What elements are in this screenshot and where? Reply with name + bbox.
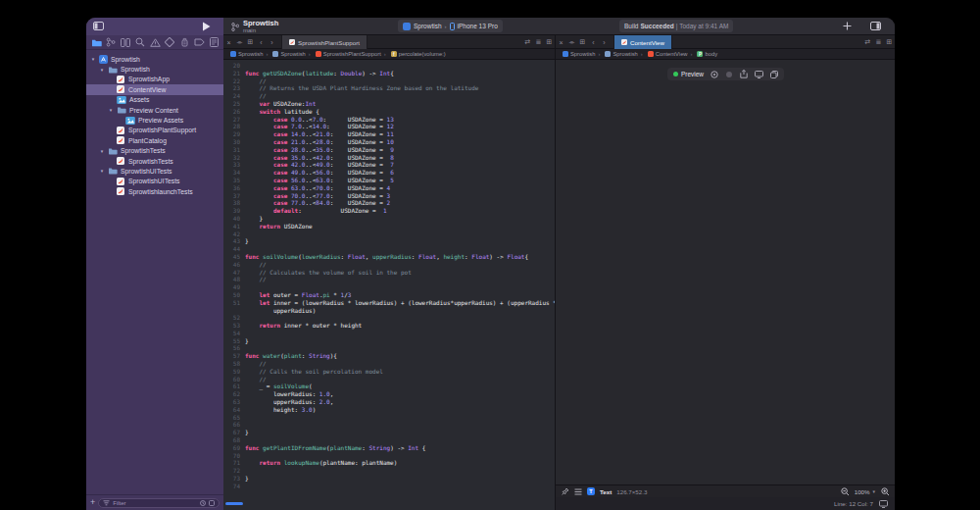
editor-options-icon[interactable]: ≣ bbox=[873, 35, 884, 49]
code-line[interactable]: 32 case 35.0..<42.0: USDAZone = 8 bbox=[223, 154, 555, 162]
disclosure-chevron[interactable]: ▾ bbox=[99, 67, 105, 73]
back-icon[interactable]: ‹ bbox=[588, 35, 599, 49]
code-line[interactable]: 46 // bbox=[223, 261, 555, 269]
code-line[interactable]: 31 case 28.0..<35.0: USDAZone = 9 bbox=[223, 146, 555, 154]
library-add-button[interactable] bbox=[843, 22, 852, 30]
breadcrumb-item[interactable]: SprowtishPlantSupport bbox=[309, 51, 381, 57]
breadcrumb-item[interactable]: Sprowtish bbox=[230, 51, 263, 57]
destination-picker-icon[interactable]: ⌯ bbox=[234, 35, 245, 49]
code-line[interactable]: 60 // bbox=[223, 376, 555, 383]
code-line[interactable]: 53 return inner * outer * height bbox=[223, 322, 555, 330]
breadcrumb-item[interactable]: ContentView bbox=[641, 51, 688, 57]
tab-contentview[interactable]: ContentView bbox=[613, 35, 672, 49]
zoom-out-icon[interactable] bbox=[841, 487, 850, 496]
disclosure-chevron[interactable]: ▾ bbox=[108, 107, 114, 113]
code-line[interactable]: 73} bbox=[223, 475, 555, 483]
code-line[interactable]: 67} bbox=[223, 429, 555, 436]
close-editor-icon[interactable]: × bbox=[556, 35, 566, 49]
code-line[interactable]: upperRadius) bbox=[223, 307, 555, 315]
code-line[interactable]: 42 bbox=[223, 230, 555, 238]
code-line[interactable]: 28 case 7.0..<14.0: USDAZone = 12 bbox=[223, 123, 555, 130]
code-line[interactable]: 48 // bbox=[223, 276, 555, 283]
tree-item-sprowtishtests[interactable]: ▾SprowtishTests bbox=[86, 146, 223, 156]
code-line[interactable]: 74 bbox=[223, 483, 555, 490]
toggle-inspector-icon[interactable] bbox=[870, 22, 881, 30]
right-jump-bar[interactable]: SprowtishSprowtishContentViewPbody bbox=[555, 49, 895, 60]
code-line[interactable]: 35 case 56.0..<63.0: USDAZone = 5 bbox=[223, 177, 555, 184]
breadcrumb-item[interactable]: Pbody bbox=[691, 51, 718, 57]
close-editor-icon[interactable]: × bbox=[223, 35, 234, 49]
tree-item-sprowtishapp[interactable]: SprowtishApp bbox=[86, 75, 223, 84]
pin-icon[interactable] bbox=[562, 487, 569, 495]
code-line[interactable]: 29 case 14.0..<21.0: USDAZone = 11 bbox=[223, 130, 555, 138]
code-line[interactable]: 45func soilVolume(lowerRadius: Float, up… bbox=[223, 253, 555, 261]
tree-item-sprowtishuitests[interactable]: ▾SprowtishUITests bbox=[86, 166, 223, 176]
activity-status[interactable]: Build Succeeded | Today at 9:41 AM bbox=[619, 20, 733, 32]
tree-item-plantcatalog[interactable]: PlantCatalog bbox=[86, 135, 223, 145]
code-line[interactable]: 37 case 70.0..<77.0: USDAZone = 3 bbox=[223, 192, 555, 200]
project-navigator-tab[interactable] bbox=[90, 36, 102, 48]
project-title-stack[interactable]: Sprowtish main bbox=[243, 19, 278, 34]
code-line[interactable]: 25 var USDAZone:Int bbox=[223, 100, 555, 108]
preview-device-icon[interactable] bbox=[755, 71, 763, 78]
add-editor-icon[interactable]: ⊞ bbox=[544, 35, 555, 49]
display-icon[interactable] bbox=[879, 500, 888, 508]
disclosure-chevron[interactable]: ▾ bbox=[99, 148, 105, 154]
source-control-navigator-tab[interactable] bbox=[105, 36, 117, 48]
code-line[interactable]: 58 // bbox=[223, 360, 555, 368]
debug-navigator-tab[interactable] bbox=[178, 36, 190, 48]
code-line[interactable]: 52 bbox=[223, 314, 555, 322]
toggle-navigator-icon[interactable] bbox=[93, 22, 104, 30]
code-line[interactable]: 33 case 42.0..<49.0: USDAZone = 7 bbox=[223, 161, 555, 169]
code-line[interactable]: 54 bbox=[223, 330, 555, 337]
code-line[interactable]: 62 lowerRadius: 1.0, bbox=[223, 390, 555, 398]
tree-item-sprowtish[interactable]: ▾Sprowtish bbox=[86, 64, 223, 74]
issue-navigator-tab[interactable] bbox=[149, 36, 161, 48]
tree-item-preview-assets[interactable]: Preview Assets bbox=[86, 115, 223, 125]
code-line[interactable]: 30 case 21.0..<28.0: USDAZone = 10 bbox=[223, 138, 555, 146]
code-line[interactable]: 38 case 77.0..<84.0: USDAZone = 2 bbox=[223, 199, 555, 207]
tree-item-preview-content[interactable]: ▾Preview Content bbox=[86, 105, 223, 115]
code-line[interactable]: 66 bbox=[223, 421, 555, 429]
live-preview-icon[interactable] bbox=[710, 71, 718, 78]
breadcrumb-item[interactable]: fpercolate(volume:) bbox=[384, 51, 446, 57]
back-icon[interactable]: ‹ bbox=[256, 35, 267, 49]
code-line[interactable]: 71 return lookupName(plantName: plantNam… bbox=[223, 459, 555, 467]
disclosure-chevron[interactable]: ▾ bbox=[90, 56, 96, 62]
code-line[interactable]: 49 bbox=[223, 283, 555, 291]
symbol-navigator-tab[interactable] bbox=[120, 36, 131, 48]
tab-sprowtishplantsupport[interactable]: SprowtishPlantSupport bbox=[281, 35, 368, 49]
find-navigator-tab[interactable] bbox=[134, 36, 146, 48]
code-line[interactable]: 61 _ = soilVolume( bbox=[223, 382, 555, 390]
zoom-in-icon[interactable] bbox=[881, 487, 890, 496]
code-line[interactable]: 70 bbox=[223, 452, 555, 460]
environment-overrides-icon[interactable] bbox=[725, 71, 733, 78]
code-editor-pane[interactable]: 2021func getUSDAZone(latitude: Double) -… bbox=[223, 60, 555, 510]
code-line[interactable]: 59 // Calls the soil percolation model bbox=[223, 368, 555, 376]
duplicate-preview-icon[interactable] bbox=[770, 71, 778, 78]
report-navigator-tab[interactable] bbox=[208, 36, 220, 48]
filter-field[interactable]: Filter bbox=[98, 498, 220, 508]
code-line[interactable]: 43} bbox=[223, 237, 555, 245]
tree-item-sprowtishlaunchtests[interactable]: SprowtishlaunchTests bbox=[86, 186, 223, 196]
code-line[interactable]: 27 case 0.0..<7.0: USDAZone = 13 bbox=[223, 116, 555, 124]
code-line[interactable]: 56 bbox=[223, 344, 555, 352]
code-line[interactable]: 50 let outer = Float.pi * 1/3 bbox=[223, 291, 555, 299]
code-line[interactable]: 47 // Calculates the volume of soil in t… bbox=[223, 269, 555, 277]
code-line[interactable]: 63 upperRadius: 2.0, bbox=[223, 398, 555, 406]
tree-item-contentview[interactable]: ContentView bbox=[86, 84, 223, 94]
list-icon[interactable] bbox=[574, 488, 582, 495]
code-line[interactable]: 69func getPlantIDFromName(plantName: Str… bbox=[223, 444, 555, 452]
horizontal-scrollbar[interactable] bbox=[225, 502, 243, 505]
preview-button[interactable]: Preview bbox=[673, 71, 704, 77]
code-line[interactable]: 36 case 63.0..<70.0: USDAZone = 4 bbox=[223, 184, 555, 192]
tree-item-sprowtishtests[interactable]: SprowtishTests bbox=[86, 156, 223, 166]
tree-item-sprowtishplantsupport[interactable]: SprowtishPlantSupport bbox=[86, 126, 223, 135]
recents-clock-icon[interactable] bbox=[200, 500, 206, 506]
code-line[interactable]: 40 } bbox=[223, 215, 555, 223]
run-button[interactable] bbox=[202, 22, 211, 31]
breakpoint-navigator-tab[interactable] bbox=[193, 36, 205, 48]
code-line[interactable]: 24 // bbox=[223, 92, 555, 100]
breadcrumb-item[interactable]: Sprowtish bbox=[266, 51, 305, 57]
left-jump-bar[interactable]: SprowtishSprowtishSprowtishPlantSupportf… bbox=[223, 49, 555, 60]
